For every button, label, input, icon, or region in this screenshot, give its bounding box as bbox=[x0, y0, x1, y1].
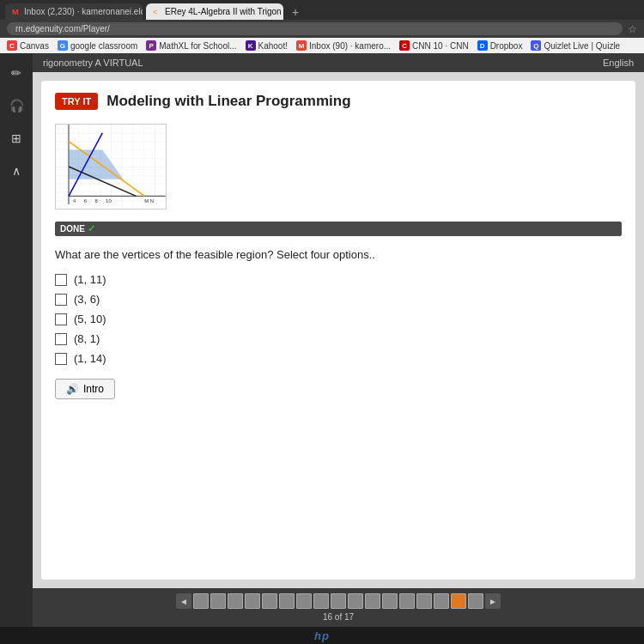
tab-gmail[interactable]: M Inbox (2,230) · kameronanei.eld × bbox=[5, 3, 143, 20]
page-6[interactable] bbox=[279, 593, 295, 609]
next-page-button[interactable]: ► bbox=[485, 593, 501, 609]
bookmark-quizlet[interactable]: Q Quizlet Live | Quizle bbox=[531, 40, 620, 51]
cnn-icon: C bbox=[399, 40, 410, 51]
bookmark-kahoot[interactable]: K Kahoot! bbox=[246, 40, 288, 51]
question-card: TRY IT Modeling with Linear Programming bbox=[41, 81, 635, 580]
bookmark-star-icon[interactable]: ☆ bbox=[628, 23, 637, 35]
edgenuity-icon: < bbox=[153, 8, 161, 16]
kahoot-icon: K bbox=[246, 40, 256, 51]
language-selector[interactable]: English bbox=[603, 58, 634, 68]
page-11[interactable] bbox=[365, 593, 380, 609]
page-15[interactable] bbox=[434, 593, 449, 609]
pagination-bar: ◄ ► 16 of 17 bbox=[33, 588, 644, 627]
google-classroom-icon: G bbox=[58, 40, 68, 51]
bookmark-canvas[interactable]: C Canvas bbox=[7, 40, 49, 51]
checkbox-3-6[interactable] bbox=[55, 294, 67, 306]
bookmark-mathxl[interactable]: P MathXL for School... bbox=[146, 40, 236, 51]
app-container: ✏ 🎧 ⊞ ∧ rigonometry A VIRTUAL English TR… bbox=[0, 53, 644, 627]
page-13[interactable] bbox=[399, 593, 415, 609]
bookmark-dropbox[interactable]: D Dropbox bbox=[477, 40, 523, 51]
bookmarks-bar: C Canvas G google classroom P MathXL for… bbox=[0, 38, 644, 53]
main-content: rigonometry A VIRTUAL English TRY IT Mod… bbox=[33, 53, 644, 627]
checkbox-1-11[interactable] bbox=[55, 274, 67, 286]
app-header: rigonometry A VIRTUAL English bbox=[33, 53, 644, 72]
option-1-14[interactable]: (1, 14) bbox=[55, 352, 622, 365]
pagination-squares: ◄ ► bbox=[176, 593, 501, 609]
page-8[interactable] bbox=[313, 593, 329, 609]
content-area: TRY IT Modeling with Linear Programming bbox=[33, 72, 644, 588]
question-title: Modeling with Linear Programming bbox=[106, 93, 350, 110]
page-4[interactable] bbox=[245, 593, 260, 609]
chevron-up-icon[interactable]: ∧ bbox=[5, 160, 27, 182]
page-2[interactable] bbox=[210, 593, 226, 609]
quizlet-icon: Q bbox=[531, 40, 541, 51]
bookmark-quizlet-label: Quizlet Live | Quizle bbox=[544, 41, 620, 51]
bookmark-google-label: google classroom bbox=[70, 41, 137, 51]
address-bar[interactable]: rn.edgenuity.com/Player/ bbox=[7, 22, 623, 35]
page-17[interactable] bbox=[468, 593, 483, 609]
done-label: DONE bbox=[60, 224, 85, 234]
calculator-icon[interactable]: ⊞ bbox=[5, 127, 27, 149]
question-header: TRY IT Modeling with Linear Programming bbox=[55, 93, 622, 110]
hp-logo: hp bbox=[314, 629, 330, 642]
page-16-current[interactable] bbox=[451, 593, 466, 609]
option-8-1-label: (8, 1) bbox=[74, 332, 100, 345]
page-10[interactable] bbox=[348, 593, 363, 609]
headphone-icon[interactable]: 🎧 bbox=[5, 94, 27, 117]
option-1-11-label: (1, 11) bbox=[74, 273, 106, 286]
bookmark-dropbox-label: Dropbox bbox=[490, 41, 523, 51]
done-check-icon: ✓ bbox=[88, 223, 95, 234]
sidebar: ✏ 🎧 ⊞ ∧ bbox=[0, 53, 33, 627]
option-3-6-label: (3, 6) bbox=[74, 293, 100, 306]
browser-tab-bar: M Inbox (2,230) · kameronanei.eld × < ER… bbox=[0, 0, 644, 20]
graph-container: 4 6 8 10 M N bbox=[55, 124, 167, 210]
page-7[interactable] bbox=[296, 593, 312, 609]
gmail-icon: M bbox=[12, 8, 21, 16]
bookmark-inbox[interactable]: M Inbox (90) · kamero... bbox=[296, 40, 391, 51]
try-it-badge: TRY IT bbox=[55, 93, 98, 110]
option-1-14-label: (1, 14) bbox=[74, 352, 106, 365]
canvas-icon: C bbox=[7, 40, 17, 51]
page-9[interactable] bbox=[331, 593, 346, 609]
intro-button[interactable]: 🔊 Intro bbox=[55, 379, 115, 399]
graph-svg: 4 6 8 10 M N bbox=[56, 125, 166, 209]
page-5[interactable] bbox=[262, 593, 277, 609]
bottom-bar: hp bbox=[0, 627, 644, 644]
tab-gmail-label: Inbox (2,230) · kameronanei.eld bbox=[24, 7, 143, 16]
dropbox-icon: D bbox=[477, 40, 488, 51]
bookmark-cnn-label: CNN 10 · CNN bbox=[412, 41, 469, 51]
bookmark-google-classroom[interactable]: G google classroom bbox=[58, 40, 137, 51]
svg-text:M N: M N bbox=[144, 198, 154, 204]
bookmark-cnn[interactable]: C CNN 10 · CNN bbox=[399, 40, 469, 51]
option-8-1[interactable]: (8, 1) bbox=[55, 332, 622, 345]
option-3-6[interactable]: (3, 6) bbox=[55, 293, 622, 306]
page-14[interactable] bbox=[416, 593, 432, 609]
tab-edgenuity[interactable]: < ERey 4L-Algebra II with Trigon × bbox=[146, 3, 283, 20]
svg-text:10: 10 bbox=[106, 198, 112, 204]
option-5-10-label: (5, 10) bbox=[74, 313, 106, 325]
tab-edgenuity-label: ERey 4L-Algebra II with Trigon bbox=[165, 7, 282, 16]
page-12[interactable] bbox=[382, 593, 398, 609]
bookmark-inbox-label: Inbox (90) · kamero... bbox=[309, 41, 391, 51]
question-text: What are the vertices of the feasible re… bbox=[55, 248, 622, 261]
checkbox-8-1[interactable] bbox=[55, 333, 67, 345]
mathxl-icon: P bbox=[146, 40, 156, 51]
app-title: rigonometry A VIRTUAL bbox=[43, 58, 143, 68]
page-1[interactable] bbox=[193, 593, 209, 609]
option-1-11[interactable]: (1, 11) bbox=[55, 273, 622, 286]
page-3[interactable] bbox=[228, 593, 243, 609]
done-badge: DONE ✓ bbox=[55, 222, 622, 236]
option-5-10[interactable]: (5, 10) bbox=[55, 313, 622, 325]
address-bar-row: rn.edgenuity.com/Player/ ☆ bbox=[0, 20, 644, 38]
prev-page-button[interactable]: ◄ bbox=[176, 593, 191, 609]
options-list: (1, 11) (3, 6) (5, 10) (8, 1) bbox=[55, 273, 622, 365]
pencil-icon[interactable]: ✏ bbox=[5, 62, 27, 84]
inbox-icon: M bbox=[296, 40, 307, 51]
new-tab-button[interactable]: + bbox=[287, 5, 304, 19]
page-label: 16 of 17 bbox=[323, 612, 354, 622]
speaker-icon: 🔊 bbox=[66, 383, 79, 395]
checkbox-1-14[interactable] bbox=[55, 353, 67, 365]
checkbox-5-10[interactable] bbox=[55, 313, 67, 325]
intro-button-label: Intro bbox=[83, 383, 104, 395]
bookmark-mathxl-label: MathXL for School... bbox=[159, 41, 236, 51]
